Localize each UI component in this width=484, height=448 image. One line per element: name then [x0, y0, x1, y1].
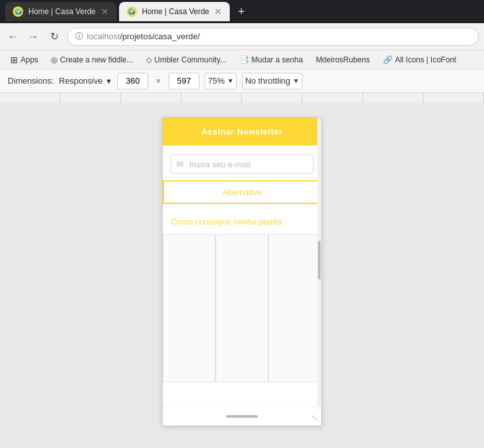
ruler-row [0, 93, 484, 104]
ruler-seg-1 [0, 93, 60, 104]
ruler-seg-5 [242, 93, 302, 104]
ruler-seg-6 [302, 93, 363, 104]
address-bar[interactable]: ⓘ localhost/projetos/casa_verde/ [67, 28, 479, 46]
allicons-icon: 🔗 [383, 55, 393, 64]
ruler-seg-3 [121, 93, 182, 104]
apps-grid-icon: ⊞ [10, 55, 18, 65]
bookmark-umbler-label: Umbler Community... [154, 55, 227, 64]
dimensions-label: Dimensions: [8, 76, 54, 86]
mudar-icon: 📑 [239, 55, 249, 64]
zoom-dropdown[interactable]: 75% ▼ [205, 73, 237, 89]
image-grid [163, 234, 321, 382]
alt-section: Alternative [163, 180, 321, 212]
email-placeholder: Insira seu e-mail [189, 160, 250, 169]
address-text: localhost/projetos/casa_verde/ [87, 32, 200, 41]
width-input[interactable] [117, 73, 148, 89]
info-icon: ⓘ [75, 31, 83, 42]
bookmark-mdeiros-label: MdeirosRubens [316, 55, 370, 64]
bookmark-mudar[interactable]: 📑 Mudar a senha [234, 54, 308, 66]
tab-2-close[interactable]: ✕ [214, 6, 222, 17]
devtools-bar: Dimensions: Responsive ▼ × 75% ▼ No thro… [0, 70, 484, 93]
address-bar-row: ← → ↻ ⓘ localhost/projetos/casa_verde/ [0, 23, 484, 50]
plant-link[interactable]: Como conseguir minha planta [163, 212, 321, 234]
new-tab-button[interactable]: + [232, 3, 250, 21]
bookmark-fiddle[interactable]: ◎ Create a new fiddle... [46, 54, 138, 66]
image-cell-3 [268, 234, 321, 382]
refresh-button[interactable]: ↻ [46, 29, 62, 44]
height-input[interactable] [169, 73, 200, 89]
phone-home-indicator [226, 415, 258, 418]
resize-handle[interactable]: ⤡ [311, 413, 319, 423]
image-cell-2 [216, 234, 268, 382]
bookmarks-bar: ⊞ Apps ◎ Create a new fiddle... ◇ Umbler… [0, 50, 484, 70]
tab-1-title: Home | Casa Verde [28, 7, 96, 16]
back-button[interactable]: ← [5, 29, 21, 44]
newsletter-section: Assinar Newsletter [163, 118, 321, 145]
bookmark-apps-label: Apps [21, 55, 38, 64]
title-bar: 🌍 Home | Casa Verde ✕ 🌍 Home | Casa Verd… [0, 0, 484, 23]
fiddle-icon: ◎ [51, 55, 57, 64]
responsive-dropdown-icon[interactable]: ▼ [105, 77, 112, 85]
email-icon: ✉ [176, 159, 184, 169]
throttle-dropdown-icon: ▼ [293, 77, 299, 84]
ruler-seg-7 [363, 93, 424, 104]
email-section: ✉ Insira seu e-mail [163, 145, 321, 180]
dimension-separator: × [156, 76, 161, 86]
email-input-box[interactable]: ✉ Insira seu e-mail [171, 154, 313, 174]
throttle-dropdown[interactable]: No throttling ▼ [242, 73, 302, 89]
ruler-seg-8 [424, 93, 484, 104]
tab-1-favicon: 🌍 [13, 6, 23, 17]
bookmark-allicons[interactable]: 🔗 All Icons | IcoFont [378, 54, 461, 66]
image-cell-1 [163, 234, 216, 382]
responsive-label: Responsive [59, 76, 103, 86]
tab-2-title: Home | Casa Verde [142, 7, 210, 16]
tab-2[interactable]: 🌍 Home | Casa Verde ✕ [119, 2, 230, 21]
phone-bottom-bar-area [163, 406, 321, 425]
tab-1-close[interactable]: ✕ [101, 6, 109, 17]
bookmark-mudar-label: Mudar a senha [252, 55, 303, 64]
throttle-value: No throttling [245, 76, 290, 86]
phone-preview: Assinar Newsletter ✉ Insira seu e-mail A… [162, 117, 322, 426]
forward-button[interactable]: → [26, 29, 41, 44]
bookmark-allicons-label: All Icons | IcoFont [395, 55, 456, 64]
ruler-seg-2 [60, 93, 121, 104]
alternative-button[interactable]: Alternative [163, 180, 321, 204]
bookmark-fiddle-label: Create a new fiddle... [60, 55, 133, 64]
zoom-value: 75% [208, 76, 225, 86]
newsletter-title: Assinar Newsletter [169, 127, 315, 136]
ruler-seg-4 [182, 93, 242, 104]
scrollbar-thumb[interactable] [318, 241, 321, 279]
tab-2-favicon: 🌍 [127, 6, 137, 17]
zoom-dropdown-icon: ▼ [227, 77, 234, 84]
umbler-icon: ◇ [146, 55, 152, 64]
tab-1[interactable]: 🌍 Home | Casa Verde ✕ [5, 2, 116, 21]
bookmark-mdeiros[interactable]: MdeirosRubens [311, 54, 375, 66]
bookmark-apps[interactable]: ⊞ Apps [5, 53, 43, 66]
scrollbar[interactable] [317, 118, 321, 425]
viewport-area: Assinar Newsletter ✉ Insira seu e-mail A… [0, 104, 484, 448]
bookmark-umbler[interactable]: ◇ Umbler Community... [141, 54, 232, 66]
